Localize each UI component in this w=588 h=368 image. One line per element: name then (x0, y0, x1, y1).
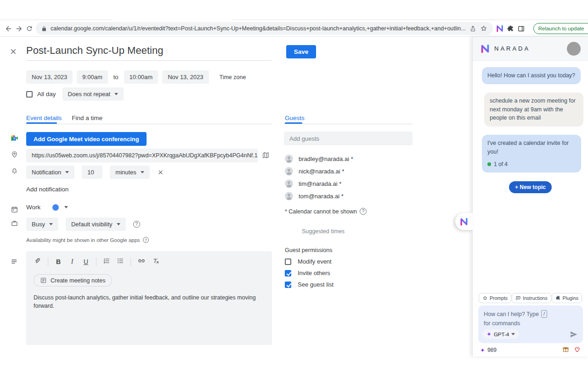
busy-dropdown[interactable]: Busy (26, 218, 58, 231)
heart-icon[interactable] (574, 346, 581, 354)
help-icon[interactable]: ? (360, 208, 367, 215)
remove-notification-button[interactable] (157, 169, 164, 176)
add-guests-input[interactable] (284, 132, 413, 145)
clear-formatting-icon[interactable] (152, 257, 160, 267)
guest-avatar (285, 155, 293, 163)
guest-email: nick@narada.ai * (299, 168, 344, 175)
description-editor[interactable]: B I U Create meeting notes Discuss post-… (26, 251, 272, 345)
help-icon[interactable]: ? (133, 221, 140, 228)
side-panel-icon[interactable] (517, 23, 525, 34)
all-day-checkbox[interactable] (26, 91, 33, 98)
briefcase-icon (11, 219, 18, 229)
invite-others-checkbox[interactable] (285, 270, 291, 276)
timezone-button[interactable]: Time zone (220, 74, 246, 80)
share-icon[interactable] (469, 25, 476, 32)
add-notification-button[interactable]: Add notification (26, 186, 68, 193)
google-meet-icon (11, 134, 19, 144)
recurrence-dropdown[interactable]: Does not repeat (62, 87, 124, 101)
new-topic-button[interactable]: + New topic (509, 181, 552, 193)
help-icon[interactable]: ? (143, 237, 149, 243)
guest-row[interactable]: nick@narada.ai * (285, 167, 344, 175)
narada-sidebar: NARADA Hello! How can I assist you today… (472, 37, 588, 356)
back-button[interactable] (5, 23, 12, 34)
location-value: https://us05web.zoom.us/j/85704407982?pw… (32, 152, 258, 159)
permission-row-invite[interactable]: Invite others (285, 270, 330, 276)
start-date-button[interactable]: Nov 13, 2023 (26, 70, 73, 84)
tab-strip-line (0, 19, 113, 20)
address-bar[interactable]: calendar.google.com/calendar/u/1/r/event… (36, 22, 493, 35)
availability-note-text: Availability might be shown in other Goo… (26, 237, 140, 243)
italic-button[interactable]: I (68, 258, 76, 265)
calendar-note-text: * Calendar cannot be shown (285, 208, 357, 215)
notification-type-value: Notification (32, 169, 61, 176)
numbered-list-icon[interactable] (103, 257, 110, 266)
visibility-dropdown[interactable]: Default visibility (66, 218, 126, 231)
chat-input-box[interactable]: How can I help? Type / for commands ✦ GP… (478, 305, 583, 343)
slash-key-icon: / (541, 310, 547, 318)
guest-row[interactable]: bradley@narada.ai * (285, 155, 353, 163)
attach-icon[interactable] (34, 257, 41, 267)
notification-unit-dropdown[interactable]: minutes (110, 166, 150, 179)
permission-row-see-list[interactable]: See guest list (285, 281, 334, 288)
relaunch-to-update-button[interactable]: Relaunch to update ⋮ (533, 23, 588, 34)
insert-link-icon[interactable] (137, 257, 146, 267)
chevron-down-icon (49, 223, 53, 225)
gift-icon[interactable] (562, 346, 569, 354)
map-icon[interactable] (262, 151, 270, 161)
format-toolbar: B I U (34, 257, 265, 267)
plugins-button[interactable]: Plugins (552, 293, 582, 303)
modify-event-checkbox[interactable] (285, 259, 291, 265)
tab-guests[interactable]: Guests (285, 115, 305, 121)
bulleted-list-icon[interactable] (117, 257, 124, 266)
sidebar-user-avatar[interactable] (567, 42, 581, 56)
narada-extension-icon[interactable] (496, 23, 504, 34)
assistant-message: Hello! How can I assist you today? (482, 67, 581, 84)
create-meeting-notes-button[interactable]: Create meeting notes (34, 274, 112, 287)
model-selector[interactable]: ✦ GPT-4 (482, 329, 519, 339)
notification-type-dropdown[interactable]: Notification (26, 166, 74, 179)
relaunch-label: Relaunch to update (538, 26, 584, 31)
save-button[interactable]: Save (286, 45, 316, 58)
bookmark-star-icon[interactable] (480, 25, 487, 32)
reload-button[interactable] (26, 23, 33, 34)
start-time-button[interactable]: 9:00am (77, 70, 107, 84)
prompts-label: Prompts (490, 295, 508, 301)
bold-button[interactable]: B (55, 258, 62, 265)
forward-button[interactable] (15, 23, 23, 34)
prompts-button[interactable]: Prompts (479, 293, 511, 303)
guest-avatar (285, 179, 293, 188)
close-event-button[interactable] (9, 47, 17, 58)
description-text[interactable]: Discuss post-launch analytics, gather in… (34, 294, 265, 310)
see-guest-list-checkbox[interactable] (285, 282, 291, 288)
end-time-button[interactable]: 10:00am (124, 70, 158, 84)
bell-icon (11, 167, 18, 177)
add-google-meet-button[interactable]: Add Google Meet video conferencing (26, 132, 147, 146)
tab-find-a-time[interactable]: Find a time (72, 115, 102, 121)
end-date-button[interactable]: Nov 13, 2023 (162, 70, 209, 84)
narada-sidebar-toggle[interactable] (455, 213, 473, 230)
chat-gear-icon (515, 295, 521, 301)
guest-avatar (285, 192, 293, 200)
guest-row[interactable]: tim@narada.ai * (285, 179, 341, 188)
event-title-input[interactable] (26, 45, 272, 61)
instructions-button[interactable]: Instructions (512, 293, 551, 303)
underline-button[interactable]: U (82, 258, 90, 265)
back-arrow-icon (5, 25, 12, 33)
guest-row[interactable]: tom@narada.ai * (285, 192, 344, 200)
notification-minutes-input[interactable] (82, 166, 102, 179)
extensions-puzzle-icon[interactable] (507, 23, 514, 34)
location-input[interactable]: https://us05web.zoom.us/j/85704407982?pw… (26, 149, 258, 162)
calendar-cannot-be-shown-note: * Calendar cannot be shown ? (285, 208, 367, 215)
lock-icon (41, 26, 47, 32)
tab-event-details[interactable]: Event details (26, 115, 62, 121)
suggested-times-button[interactable]: Suggested times (302, 228, 345, 235)
permission-row-modify[interactable]: Modify event (285, 258, 332, 265)
send-button[interactable] (569, 330, 578, 339)
chevron-down-icon (141, 171, 144, 173)
model-name: GPT-4 (494, 332, 509, 337)
send-icon (569, 330, 578, 339)
calendar-select-row[interactable]: Work (26, 204, 68, 211)
calendar-icon (11, 206, 18, 215)
calendar-color-swatch[interactable] (52, 204, 59, 211)
placeholder-prefix: How can I help? Type (484, 311, 539, 317)
